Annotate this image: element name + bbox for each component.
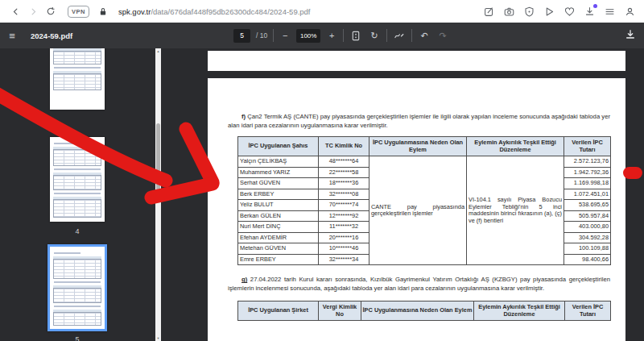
toolbar-divider [273,29,274,42]
tc-number: 11*******32 [319,222,369,233]
sidebar-scrollbar[interactable]: ▲ ▼ [155,48,161,341]
page-count-label: / 10 [256,31,267,40]
table-header-row: İPC Uygulanan Şirket Vergi Kimlik No İPC… [238,301,611,321]
rotate-icon[interactable]: ↻ [368,29,381,42]
toolbar-divider [343,29,344,42]
url-path: /data/676daf448f95db26300dc484/2024-59.p… [151,7,310,16]
tc-number: 18*******36 [319,178,369,189]
regulation-cell: VI-104.1 sayılı Piyasa Bozucu Eylemler T… [467,156,564,265]
protect-shield-icon[interactable] [522,5,535,18]
thumb-content [53,71,101,90]
redo-icon[interactable]: ↷ [436,29,449,42]
pdf-menu-icon[interactable]: ≡ [0,30,24,42]
thumb-content [54,193,101,194]
downloads-icon[interactable] [583,5,596,18]
penalty-amount: 98.400,66 [564,254,611,265]
download-notification-dot [593,4,597,8]
tc-number: 32*******08 [319,189,369,200]
screenshot-camera-icon[interactable] [502,5,515,18]
table-header-row: İPC Uygulanan Şahıs TC Kimlik No İPC Uyg… [238,137,611,156]
person-name: Serhat GÜVEN [238,178,319,189]
sidebar-menu-icon[interactable] [603,5,616,18]
page-5: f) Çan2 Termik AŞ (CANTE) pay piyasasınd… [208,78,625,341]
thumb-content [54,67,101,69]
favorites-heart-icon[interactable] [563,5,576,18]
scrollbar-thumb[interactable] [156,123,160,191]
scroll-up-icon[interactable]: ▲ [155,49,161,53]
zoom-out-icon[interactable]: − [279,31,291,40]
thumbnail-page-4[interactable] [50,137,105,222]
person-name: Yalçın ÇELİKBAŞ [238,156,319,168]
col-header-action: İPC Uygulanmasına Neden Olan Eylem [369,137,467,156]
col-header-amount: Verilen İPC Tutarı [564,137,611,156]
tc-number: 12*******92 [319,210,369,222]
paragraph-g: g) 27.04.2022 tarih Kurul kararı sonrası… [228,276,610,293]
paragraph-f: f) Çan2 Termik AŞ (CANTE) pay piyasasınd… [228,113,610,130]
penalty-amount: 1.169.998,18 [564,178,611,189]
thumbnail-page-5-selected[interactable] [47,244,107,331]
profile-icon[interactable] [623,5,636,18]
thumb-content [53,310,101,326]
thumb-content [53,285,101,303]
thumb-content [53,256,101,279]
zoom-level-select[interactable]: 100% [296,29,320,43]
tc-number: 70*******74 [319,200,369,211]
thumbnail-sidebar: 3 4 5 [0,48,155,341]
edit-share-icon[interactable] [482,5,495,18]
thumb-content [53,197,101,218]
col-header-vergi: Vergi Kimlik No [319,301,361,321]
penalty-amount: 1.942.792,36 [564,167,611,178]
thumb-content [53,147,101,166]
thumbnail-label-4: 4 [50,227,105,235]
pdf-page-view: f) Çan2 Termik AŞ (CANTE) pay piyasasınd… [161,48,644,341]
draw-pen-icon[interactable] [393,29,406,42]
thumb-content [54,143,80,144]
refresh-icon[interactable] [42,2,60,20]
pdf-download-icon[interactable] [625,29,636,44]
forward-icon[interactable] [24,2,42,20]
lock-icon[interactable] [94,2,112,20]
zoom-in-icon[interactable]: + [326,31,337,40]
penalty-table-cante: İPC Uygulanan Şahıs TC Kimlik No İPC Uyg… [237,136,611,265]
penalty-amount: 304.592,28 [564,232,611,243]
col-header-company: İPC Uygulanan Şirket [238,301,319,321]
thumb-content [53,173,101,190]
col-header-regulation: Eylemin Aykırılık Teşkil Ettiği Düzenlem… [467,137,564,156]
penalty-amount: 2.572.123,76 [564,156,611,168]
scroll-down-icon[interactable]: ▼ [155,336,161,340]
tc-number: 48*******64 [319,156,369,168]
tc-number: 20*******16 [319,232,369,243]
thumb-content [53,48,101,64]
person-name: Berkan GÜLEN [238,210,319,222]
penalty-table-kzbgy: İPC Uygulanan Şirket Vergi Kimlik No İPC… [237,301,611,321]
thumbnail-page-3[interactable] [50,48,105,110]
person-name: Emre ERBEY [238,254,319,265]
address-bar[interactable]: spk.gov.tr/data/676daf448f95db26300dc484… [118,7,311,16]
thumb-content [54,252,80,254]
col-header-person: İPC Uygulanan Şahıs [238,137,319,156]
play-icon[interactable] [543,5,555,18]
tc-number: 22*******58 [319,167,369,178]
url-host: spk.gov.tr [118,7,151,16]
penalty-amount: 403.000,80 [564,222,611,233]
table-row: Yalçın ÇELİKBAŞ 48*******64 CANTE pay pi… [238,156,611,168]
action-cell: CANTE pay piyasasında gerçekleştirilen i… [369,156,467,265]
penalty-amount: 538.695,65 [564,200,611,211]
penalty-amount: 1.072.451,01 [564,189,611,200]
undo-icon[interactable]: ↶ [418,29,431,42]
toolbar-divider [386,29,387,42]
thumb-content [54,168,101,170]
pdf-toolbar: ≡ 2024-59.pdf 5 / 10 − 100% + ↻ ↶ ↷ [0,23,644,48]
col-header-regulation: Eylemin Aykırılık Teşkil Ettiği Düzenlem… [474,301,565,321]
person-name: Metehan GÜVEN [238,243,319,255]
back-icon[interactable] [6,2,24,20]
page-4-bottom-edge [208,51,625,71]
page-number-input[interactable]: 5 [233,29,250,43]
col-header-action: İPC Uygulanmasına Neden Olan Eylem [361,301,474,321]
vpn-badge[interactable]: VPN [68,6,89,18]
pdf-viewer-area: 3 4 5 ▲ ▼ f) Çan2 Termik AŞ (CANTE) [0,48,644,341]
pdf-page-controls: 5 / 10 − 100% + ↻ ↶ ↷ [233,23,449,48]
penalty-amount: 505.957,84 [564,210,611,222]
fit-page-icon[interactable] [349,29,362,42]
col-header-tc: TC Kimlik No [319,137,369,156]
